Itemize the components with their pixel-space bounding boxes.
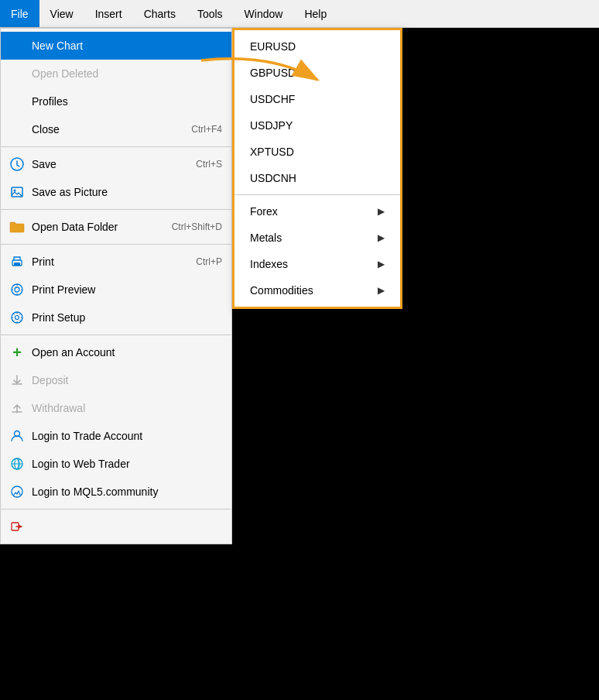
menu-bar-file[interactable]: File [0, 0, 39, 27]
menu-bar-charts[interactable]: Charts [133, 0, 187, 27]
menu-bar-insert-label: Insert [95, 8, 122, 20]
print-label: Print [32, 256, 180, 268]
menu-item-new-chart[interactable]: New Chart [1, 32, 231, 60]
save-picture-label: Save as Picture [32, 186, 222, 198]
save-label: Save [32, 158, 180, 170]
forex-arrow-icon: ▶ [378, 206, 385, 217]
close-shortcut: Ctrl+F4 [191, 124, 222, 135]
svg-point-5 [12, 284, 22, 295]
sub-menu-item-gbpusd[interactable]: GBPUSD [234, 60, 400, 86]
separator-3 [1, 244, 231, 245]
save-icon [9, 156, 26, 173]
menu-item-save[interactable]: Save Ctrl+S [1, 150, 231, 178]
sub-menu-item-metals[interactable]: Metals ▶ [234, 225, 400, 251]
menu-bar-window[interactable]: Window [234, 0, 294, 27]
open-data-shortcut: Ctrl+Shift+D [172, 221, 222, 232]
sub-menu-item-indexes[interactable]: Indexes ▶ [234, 251, 400, 277]
exit-icon [9, 518, 26, 535]
dropdown-container: New Chart Open Deleted Profiles Close Ct… [0, 28, 402, 544]
menu-item-open-account[interactable]: + Open an Account [1, 338, 231, 366]
menu-bar-insert[interactable]: Insert [84, 0, 133, 27]
menu-item-open-deleted: Open Deleted [1, 60, 231, 88]
metals-label: Metals [250, 232, 282, 244]
menu-item-login-mql5[interactable]: Login to MQL5.community [1, 478, 231, 506]
menu-item-open-data[interactable]: Open Data Folder Ctrl+Shift+D [1, 213, 231, 241]
menu-item-save-picture[interactable]: Save as Picture [1, 178, 231, 206]
login-trade-label: Login to Trade Account [32, 430, 222, 442]
menu-item-exit[interactable] [1, 513, 231, 540]
deposit-label: Deposit [32, 374, 222, 386]
xptusd-label: XPTUSD [250, 146, 294, 158]
sub-menu: EURUSD GBPUSD USDCHF USDJPY XPTUSD USDCN… [232, 28, 402, 309]
menu-bar-view[interactable]: View [39, 0, 84, 27]
menu-item-withdrawal: Withdrawal [1, 394, 231, 422]
sub-menu-item-usdchf[interactable]: USDCHF [234, 86, 400, 112]
gbpusd-label: GBPUSD [250, 67, 296, 79]
menu-item-print-preview[interactable]: Print Preview [1, 276, 231, 304]
menu-item-deposit: Deposit [1, 366, 231, 394]
print-setup-label: Print Setup [32, 311, 222, 324]
main-menu: New Chart Open Deleted Profiles Close Ct… [0, 28, 232, 544]
new-chart-icon [9, 37, 26, 54]
svg-point-8 [15, 316, 19, 320]
print-preview-label: Print Preview [32, 283, 222, 296]
login-web-label: Login to Web Trader [32, 458, 222, 470]
menu-item-close[interactable]: Close Ctrl+F4 [1, 115, 231, 143]
menu-bar-tools-label: Tools [197, 8, 223, 20]
menu-bar-charts-label: Charts [144, 8, 176, 20]
print-setup-icon [9, 309, 26, 326]
mql5-icon [9, 483, 26, 500]
usdchf-label: USDCHF [250, 93, 295, 105]
commodities-label: Commodities [250, 284, 313, 297]
menu-item-profiles[interactable]: Profiles [1, 88, 231, 115]
usdjpy-label: USDJPY [250, 119, 293, 132]
close-icon [9, 121, 26, 138]
login-mql5-label: Login to MQL5.community [32, 486, 222, 498]
separator-4 [1, 335, 231, 335]
menu-bar-window-label: Window [245, 8, 283, 20]
sub-menu-item-usdcnh[interactable]: USDCNH [234, 165, 400, 191]
indexes-label: Indexes [250, 258, 288, 270]
menu-item-print-setup[interactable]: Print Setup [1, 304, 231, 331]
usdcnh-label: USDCNH [250, 172, 296, 184]
menu-item-login-web[interactable]: Login to Web Trader [1, 450, 231, 478]
separator-2 [1, 209, 231, 210]
sub-menu-item-forex[interactable]: Forex ▶ [234, 198, 400, 225]
sub-menu-item-commodities[interactable]: Commodities ▶ [234, 277, 400, 304]
eurusd-label: EURUSD [250, 40, 296, 53]
folder-icon [9, 218, 26, 235]
menu-item-print[interactable]: Print Ctrl+P [1, 248, 231, 276]
save-picture-icon [9, 184, 26, 201]
sub-menu-item-eurusd[interactable]: EURUSD [234, 33, 400, 60]
print-preview-icon [9, 281, 26, 298]
separator-5 [1, 509, 231, 510]
menu-bar-help[interactable]: Help [293, 0, 337, 27]
commodities-arrow-icon: ▶ [378, 285, 385, 296]
open-deleted-icon [9, 65, 26, 82]
deposit-icon [9, 372, 26, 389]
new-chart-label: New Chart [32, 39, 222, 52]
profiles-icon [9, 93, 26, 110]
sub-menu-item-xptusd[interactable]: XPTUSD [234, 139, 400, 165]
user-icon [9, 427, 26, 444]
menu-item-login-trade[interactable]: Login to Trade Account [1, 422, 231, 450]
menu-bar-tools[interactable]: Tools [187, 0, 234, 27]
globe-icon [9, 455, 26, 472]
open-account-label: Open an Account [32, 346, 222, 359]
svg-rect-4 [14, 262, 20, 266]
menu-bar-view-label: View [50, 8, 74, 20]
indexes-arrow-icon: ▶ [378, 259, 385, 269]
open-data-label: Open Data Folder [32, 221, 156, 233]
save-shortcut: Ctrl+S [196, 159, 222, 170]
sub-separator-1 [234, 194, 400, 195]
menu-bar-help-label: Help [304, 8, 327, 20]
separator-1 [1, 146, 231, 147]
print-shortcut: Ctrl+P [196, 256, 222, 267]
withdrawal-icon [9, 400, 26, 417]
withdrawal-label: Withdrawal [32, 402, 222, 414]
svg-point-7 [12, 312, 22, 323]
close-label: Close [32, 123, 176, 136]
open-deleted-label: Open Deleted [32, 67, 222, 80]
sub-menu-item-usdjpy[interactable]: USDJPY [234, 112, 400, 139]
metals-arrow-icon: ▶ [378, 232, 385, 243]
